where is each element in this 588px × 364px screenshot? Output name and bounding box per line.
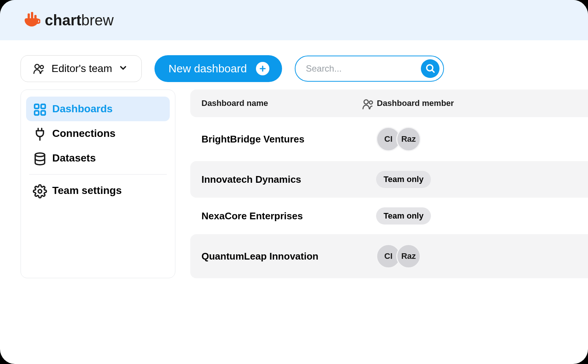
svg-point-13 bbox=[35, 153, 44, 157]
avatar: Raz bbox=[396, 127, 421, 151]
member-avatars: CIRaz bbox=[376, 127, 421, 151]
svg-line-8 bbox=[432, 70, 434, 72]
main-content: Dashboards Connections Datasets bbox=[0, 90, 588, 278]
sidebar-item-connections[interactable]: Connections bbox=[26, 121, 170, 146]
svg-rect-2 bbox=[34, 15, 37, 19]
chevron-down-icon bbox=[118, 63, 129, 74]
new-dashboard-button[interactable]: New dashboard bbox=[154, 55, 282, 82]
chartbrew-logo-icon bbox=[22, 11, 40, 29]
app-header: chartbrew bbox=[0, 0, 588, 40]
table-row[interactable]: Innovatech DynamicsTeam only bbox=[190, 161, 588, 198]
dashboard-name: Innovatech Dynamics bbox=[201, 174, 362, 185]
search-field[interactable] bbox=[295, 56, 444, 82]
team-only-badge: Team only bbox=[376, 207, 431, 225]
app-window: chartbrew Editor's team New dashboard bbox=[0, 0, 588, 364]
dashboard-table: Dashboard name Dashboard member BrightBr… bbox=[190, 90, 588, 278]
avatar: Raz bbox=[396, 244, 421, 269]
svg-point-3 bbox=[35, 65, 39, 69]
brand-logo: chartbrew bbox=[22, 11, 114, 29]
team-only-badge: Team only bbox=[376, 171, 431, 188]
sidebar-divider bbox=[29, 174, 167, 175]
gear-icon bbox=[33, 184, 46, 197]
sidebar-item-label: Connections bbox=[52, 128, 116, 139]
team-selector[interactable]: Editor's team bbox=[21, 55, 142, 82]
search-input[interactable] bbox=[306, 63, 421, 74]
table-row[interactable]: NexaCore EnterprisesTeam only bbox=[190, 198, 588, 234]
sidebar-item-dashboards[interactable]: Dashboards bbox=[26, 97, 170, 121]
table-row[interactable]: BrightBridge VenturesCIRaz bbox=[190, 117, 588, 161]
plug-icon bbox=[33, 127, 46, 140]
svg-rect-11 bbox=[35, 111, 39, 115]
users-icon bbox=[362, 98, 373, 109]
brand-name: chartbrew bbox=[45, 12, 114, 29]
grid-icon bbox=[33, 103, 46, 115]
database-icon bbox=[33, 152, 46, 164]
toolbar: Editor's team New dashboard bbox=[0, 40, 588, 90]
svg-point-16 bbox=[369, 101, 373, 104]
svg-point-15 bbox=[364, 100, 368, 104]
svg-point-4 bbox=[40, 66, 44, 69]
svg-point-14 bbox=[38, 189, 42, 193]
svg-rect-0 bbox=[28, 13, 30, 19]
svg-rect-12 bbox=[41, 111, 45, 115]
sidebar-item-label: Datasets bbox=[52, 152, 96, 164]
svg-rect-10 bbox=[41, 104, 45, 109]
sidebar-item-label: Team settings bbox=[52, 185, 122, 197]
plus-icon bbox=[256, 62, 269, 75]
dashboard-name: BrightBridge Ventures bbox=[201, 134, 362, 145]
column-header-member: Dashboard member bbox=[362, 98, 454, 109]
search-icon bbox=[425, 63, 435, 75]
team-label: Editor's team bbox=[51, 63, 112, 75]
column-header-name: Dashboard name bbox=[201, 98, 362, 108]
table-row[interactable]: QuantumLeap InnovationCIRaz bbox=[190, 234, 588, 278]
svg-rect-9 bbox=[35, 104, 39, 109]
sidebar-item-datasets[interactable]: Datasets bbox=[26, 146, 170, 170]
sidebar: Dashboards Connections Datasets bbox=[21, 90, 175, 278]
table-header: Dashboard name Dashboard member bbox=[190, 90, 588, 117]
sidebar-item-team-settings[interactable]: Team settings bbox=[26, 178, 170, 203]
svg-rect-1 bbox=[31, 12, 33, 19]
users-icon bbox=[33, 62, 46, 75]
dashboard-name: NexaCore Enterprises bbox=[201, 210, 362, 222]
search-button[interactable] bbox=[421, 59, 440, 78]
sidebar-item-label: Dashboards bbox=[52, 103, 113, 115]
dashboard-name: QuantumLeap Innovation bbox=[201, 251, 362, 262]
member-avatars: CIRaz bbox=[376, 244, 421, 269]
